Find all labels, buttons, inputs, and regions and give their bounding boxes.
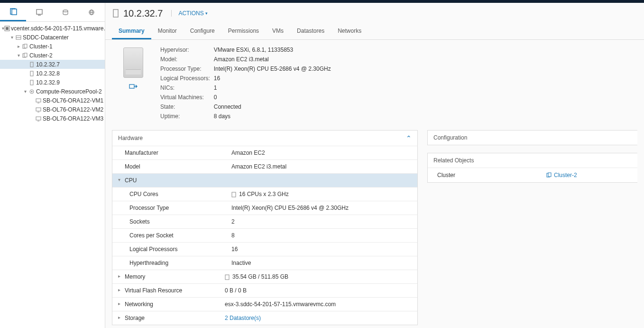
tab-permissions[interactable]: Permissions bbox=[221, 24, 266, 39]
hw-hyperthreading: Inactive bbox=[231, 260, 412, 266]
tab-vms[interactable]: VMs bbox=[266, 24, 290, 39]
hw-model-label: Model bbox=[125, 163, 231, 170]
inventory-sidebar: ▾ vcenter.sddc-54-201-57-115.vmware… ▾ S… bbox=[0, 3, 105, 328]
svg-rect-32 bbox=[548, 173, 551, 177]
tree-datacenter[interactable]: ▾ SDDC-Datacenter bbox=[0, 33, 105, 42]
tab-monitor[interactable]: Monitor bbox=[151, 24, 184, 39]
hw-memory: 35.54 GB / 511.85 GB bbox=[225, 273, 412, 280]
hardware-panel: Hardware ⌃ ManufacturerAmazon EC2 ModelA… bbox=[112, 130, 418, 325]
vm-icon bbox=[35, 97, 42, 104]
fact-state-label: State: bbox=[160, 103, 213, 111]
tab-configure[interactable]: Configure bbox=[184, 24, 221, 39]
vm-icon bbox=[35, 106, 42, 113]
hw-cpu-cores-label: CPU Cores bbox=[125, 191, 231, 197]
related-cluster-label: Cluster bbox=[437, 172, 546, 178]
chevron-down-icon: ▾ bbox=[205, 11, 208, 16]
cluster-icon bbox=[546, 172, 552, 178]
host-icon bbox=[28, 70, 35, 77]
host-icon bbox=[112, 9, 120, 18]
hw-logical-procs-label: Logical Processors bbox=[125, 246, 231, 253]
fact-processor-type-label: Processor Type: bbox=[160, 65, 213, 73]
hw-proc-type: Intel(R) Xeon(R) CPU E5-2686 v4 @ 2.30GH… bbox=[231, 205, 412, 211]
sidebar-tab-networks[interactable] bbox=[79, 3, 105, 21]
hw-cpu-label: CPU bbox=[125, 177, 231, 184]
host-image bbox=[112, 45, 155, 122]
sidebar-tab-storage[interactable] bbox=[53, 3, 79, 21]
hw-storage-link[interactable]: 2 Datastore(s) bbox=[225, 315, 412, 321]
inventory-tree: ▾ vcenter.sddc-54-201-57-115.vmware… ▾ S… bbox=[0, 22, 105, 123]
svg-rect-13 bbox=[24, 44, 27, 48]
sidebar-tab-vms[interactable] bbox=[26, 3, 52, 21]
cluster-icon bbox=[22, 43, 28, 50]
datastore-icon-tab bbox=[62, 9, 69, 16]
host-icon bbox=[28, 61, 35, 68]
tab-networks[interactable]: Networks bbox=[331, 24, 368, 39]
fact-logical-processors: 16 bbox=[214, 74, 334, 83]
tree-vm-1[interactable]: SB-OL76-ORA122-VM1 bbox=[0, 96, 105, 105]
tree-host-1[interactable]: 10.2.32.7 bbox=[0, 60, 105, 69]
tree-vcenter[interactable]: ▾ vcenter.sddc-54-201-57-115.vmware… bbox=[0, 24, 105, 33]
related-objects-title: Related Objects bbox=[433, 157, 474, 164]
hw-networking: esx-3.sddc-54-201-57-115.vmwarevmc.com bbox=[225, 301, 412, 308]
hw-memory-row[interactable]: ▸Memory35.54 GB / 511.85 GB bbox=[112, 270, 417, 283]
tree-resource-pool-label: Compute-ResourcePool-2 bbox=[36, 88, 102, 95]
hardware-title: Hardware bbox=[118, 135, 143, 141]
detail-tabs: Summary Monitor Configure Permissions VM… bbox=[105, 24, 644, 40]
hardware-panel-header[interactable]: Hardware ⌃ bbox=[112, 131, 417, 146]
resource-pool-icon bbox=[28, 88, 35, 95]
tree-resource-pool[interactable]: ▾ Compute-ResourcePool-2 bbox=[0, 87, 105, 96]
svg-rect-28 bbox=[129, 84, 134, 88]
hw-memory-label: Memory bbox=[125, 273, 225, 280]
cluster-icon bbox=[22, 52, 28, 59]
tree-host-2[interactable]: 10.2.32.8 bbox=[0, 69, 105, 78]
host-icon bbox=[28, 79, 35, 86]
tree-vm-1-label: SB-OL76-ORA122-VM1 bbox=[43, 97, 103, 104]
fact-hypervisor-label: Hypervisor: bbox=[160, 46, 213, 54]
tree-vm-3[interactable]: SB-OL76-ORA122-VM3 bbox=[0, 114, 105, 123]
svg-rect-30 bbox=[225, 275, 229, 280]
svg-rect-23 bbox=[36, 108, 41, 111]
configuration-panel-header[interactable]: Configuration bbox=[428, 131, 637, 145]
tree-vm-2[interactable]: SB-OL76-ORA122-VM2 bbox=[0, 105, 105, 114]
tree-cluster-1-label: Cluster-1 bbox=[29, 43, 53, 50]
hw-vfr: 0 B / 0 B bbox=[225, 287, 412, 294]
sidebar-tab-hosts[interactable] bbox=[0, 3, 26, 21]
fact-vms: 0 bbox=[214, 93, 334, 102]
hw-vfr-label: Virtual Flash Resource bbox=[125, 287, 225, 294]
datacenter-icon bbox=[15, 34, 22, 41]
svg-rect-17 bbox=[30, 71, 33, 76]
tab-summary[interactable]: Summary bbox=[112, 24, 151, 39]
tree-host-3[interactable]: 10.2.32.9 bbox=[0, 78, 105, 87]
svg-point-4 bbox=[63, 10, 68, 12]
hw-cpu-row[interactable]: ▾CPU bbox=[112, 173, 417, 187]
actions-menu[interactable]: ACTIONS ▾ bbox=[171, 10, 207, 17]
tree-vcenter-label: vcenter.sddc-54-201-57-115.vmware… bbox=[11, 25, 105, 32]
hw-vfr-row[interactable]: ▸Virtual Flash Resource0 B / 0 B bbox=[112, 283, 417, 297]
hw-manufacturer: Amazon EC2 bbox=[231, 150, 412, 156]
tree-datacenter-label: SDDC-Datacenter bbox=[23, 34, 69, 41]
hw-sockets: 2 bbox=[231, 218, 412, 225]
server-graphic-icon bbox=[123, 47, 143, 78]
main-content: 10.2.32.7 ACTIONS ▾ Summary Monitor Conf… bbox=[105, 3, 644, 328]
fact-uptime-label: Uptime: bbox=[160, 112, 213, 121]
related-objects-panel: Related Objects Cluster Cluster-2 bbox=[427, 153, 637, 183]
hw-model: Amazon EC2 i3.metal bbox=[231, 163, 412, 170]
hw-storage-row[interactable]: ▸Storage2 Datastore(s) bbox=[112, 311, 417, 325]
hw-hyperthreading-label: Hyperthreading bbox=[125, 260, 231, 266]
tree-host-3-label: 10.2.32.9 bbox=[36, 79, 60, 86]
host-cluster-icon bbox=[9, 8, 17, 15]
hw-networking-row[interactable]: ▸Networkingesx-3.sddc-54-201-57-115.vmwa… bbox=[112, 297, 417, 311]
summary-facts: Hypervisor:VMware ESXi, 6.8.1, 11335853 … bbox=[159, 45, 335, 122]
svg-rect-25 bbox=[36, 117, 41, 120]
export-icon[interactable] bbox=[129, 84, 138, 90]
hw-cpu-cores: 16 CPUs x 2.3 GHz bbox=[231, 191, 412, 197]
network-icon-tab bbox=[88, 9, 95, 16]
related-cluster-link[interactable]: Cluster-2 bbox=[546, 172, 577, 178]
tab-datastores[interactable]: Datastores bbox=[290, 24, 331, 39]
svg-rect-15 bbox=[24, 53, 27, 57]
svg-rect-1 bbox=[12, 9, 17, 15]
svg-rect-2 bbox=[37, 9, 42, 14]
tree-cluster-1[interactable]: ▸ Cluster-1 bbox=[0, 42, 105, 51]
tree-cluster-2[interactable]: ▾ Cluster-2 bbox=[0, 51, 105, 60]
svg-rect-9 bbox=[6, 27, 9, 30]
